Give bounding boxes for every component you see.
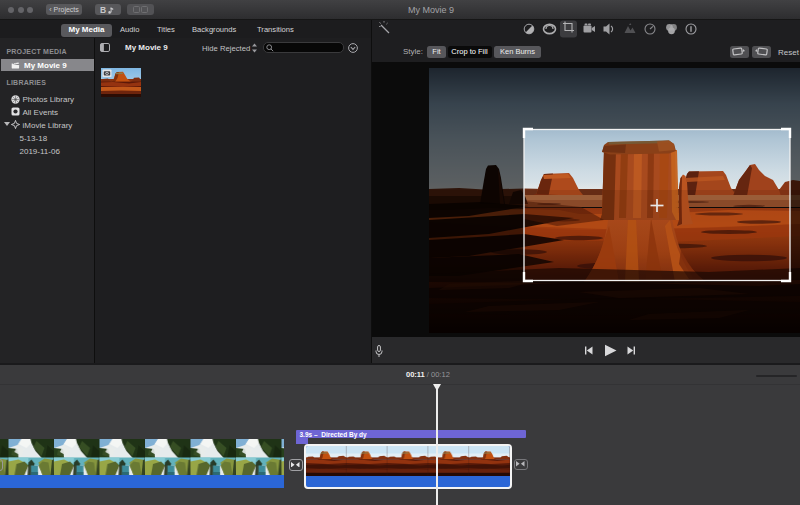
svg-text:B: B bbox=[100, 5, 106, 14]
